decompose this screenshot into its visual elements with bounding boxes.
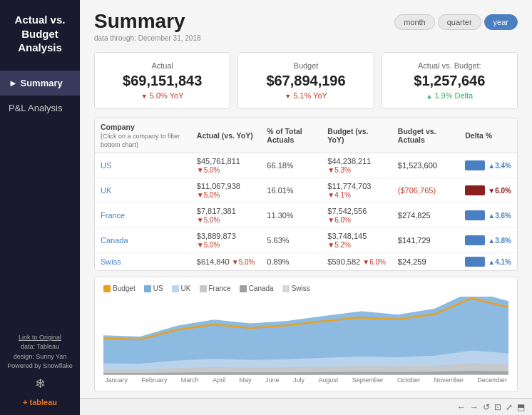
powered-line: Powered by Snowflake [7, 362, 73, 369]
kpi-budget-arrow [285, 91, 291, 100]
kpi-avb-delta-text: 1.9% Delta [434, 91, 473, 100]
cell-actual: $11,067,938 ▼5.0% [191, 178, 262, 203]
cell-bva: $24,259 [392, 253, 459, 271]
legend-label: France [209, 285, 231, 292]
time-filters: month quarter year [394, 14, 518, 30]
cell-company[interactable]: Canada [95, 228, 191, 253]
cell-company[interactable]: UK [95, 178, 191, 203]
link-to-original[interactable]: Link to Original [19, 334, 61, 341]
sidebar: Actual vs. Budget Analysis ► Summary P&L… [0, 0, 80, 415]
col-company: Company (Click on a company to filter bo… [95, 118, 191, 153]
nav-forward-icon[interactable]: → [470, 402, 479, 412]
cell-pct: 16.01% [261, 178, 322, 203]
sidebar-item-summary[interactable]: ► Summary [0, 71, 80, 96]
kpi-avb-delta: 1.9% Delta [394, 91, 506, 100]
kpi-actual-arrow [141, 91, 148, 100]
cell-budget: $590,582 ▼6.0% [322, 253, 392, 271]
table-row: US $45,761,811 ▼5.0% 66.18% $44,238,211 … [95, 153, 517, 178]
kpi-actual: Actual $69,151,843 5.0% YoY [94, 52, 230, 109]
col-budget: Budget (vs. YoY) [322, 118, 392, 153]
layout-icon[interactable]: ⬒ [517, 402, 525, 412]
cell-pct: 11.30% [261, 203, 322, 228]
legend-item-us: US [144, 285, 163, 292]
cell-bva: $141,729 [392, 228, 459, 253]
cell-pct: 5.63% [261, 228, 322, 253]
legend-item-budget: Budget [103, 285, 135, 292]
legend-dot [103, 285, 111, 292]
legend-dot [240, 285, 247, 292]
chart-month-label: August [318, 376, 338, 384]
legend-item-canada: Canada [240, 285, 274, 292]
nav-back-icon[interactable]: ← [457, 402, 466, 412]
cell-delta: ▲3.6% [459, 203, 517, 228]
kpi-avb: Actual vs. Budget: $1,257,646 1.9% Delta [382, 52, 518, 109]
table-row: France $7,817,381 ▼5.0% 11.30% $7,542,55… [95, 203, 517, 228]
legend-label: Canada [249, 285, 274, 292]
legend-item-swiss: Swiss [282, 285, 310, 292]
legend-dot [282, 285, 290, 292]
col-delta: Delta % [459, 118, 517, 153]
cell-delta: ▲3.8% [459, 228, 517, 253]
kpi-budget-label: Budget [250, 61, 362, 70]
chart-svg [103, 297, 508, 375]
cell-company[interactable]: France [95, 203, 191, 228]
cell-pct: 66.18% [261, 153, 322, 178]
col-actual: Actual (vs. YoY) [191, 118, 262, 153]
table-section: Company (Click on a company to filter bo… [94, 118, 518, 271]
legend-item-france: France [200, 285, 231, 292]
cell-company[interactable]: US [95, 153, 191, 178]
chart-month-label: June [265, 376, 280, 384]
expand-icon[interactable]: ⤢ [506, 402, 513, 412]
time-filter-quarter[interactable]: quarter [438, 14, 481, 30]
cell-delta: ▼6.0% [459, 178, 517, 203]
header: Summary data through: December 31, 2018 … [80, 0, 532, 46]
kpi-actual-delta: 5.0% YoY [106, 91, 218, 100]
chart-month-label: May [240, 376, 252, 384]
time-filter-month[interactable]: month [394, 14, 435, 30]
snowflake-icon: ❄ [7, 374, 73, 394]
cell-actual: $614,840 ▼5.0% [191, 253, 262, 271]
header-left: Summary data through: December 31, 2018 [94, 10, 201, 42]
legend-item-uk: UK [172, 285, 191, 292]
sidebar-footer: Link to Original data: Tableau design: S… [0, 326, 80, 416]
bottom-bar: ← → ↺ ⊡ ⤢ ⬒ [80, 398, 532, 415]
cell-delta: ▲4.1% [459, 253, 517, 271]
refresh-icon[interactable]: ↺ [483, 402, 490, 412]
table-row: UK $11,067,938 ▼5.0% 16.01% $11,774,703 … [95, 178, 517, 203]
sidebar-nav: ► Summary P&L Analysis [0, 71, 80, 121]
chart-section: BudgetUSUKFranceCanadaSwiss JanuaryFebru… [94, 277, 518, 392]
sidebar-label-pl: P&L Analysis [9, 103, 62, 113]
chart-month-label: September [352, 376, 384, 384]
cell-company[interactable]: Swiss [95, 253, 191, 271]
kpi-actual-delta-text: 5.0% YoY [150, 91, 184, 100]
chart-month-label: October [397, 376, 420, 384]
page-title: Summary [94, 10, 201, 33]
cell-budget: $7,542,556 ▼6.0% [322, 203, 392, 228]
grid-icon[interactable]: ⊡ [494, 402, 501, 412]
tableau-logo: + tableau [7, 396, 73, 409]
legend-dot [144, 285, 151, 292]
cell-delta: ▲3.4% [459, 153, 517, 178]
time-filter-year[interactable]: year [484, 14, 518, 30]
chart-labels: JanuaryFebruaryMarchAprilMayJuneJulyAugu… [103, 376, 508, 384]
sidebar-item-pl[interactable]: P&L Analysis [0, 96, 80, 121]
cell-budget: $11,774,703 ▼4.1% [322, 178, 392, 203]
kpi-row: Actual $69,151,843 5.0% YoY Budget $67,8… [80, 46, 532, 115]
legend-dot [200, 285, 207, 292]
sidebar-arrow-summary: ► [9, 78, 20, 88]
kpi-avb-label: Actual vs. Budget: [394, 61, 506, 70]
legend-dot [172, 285, 179, 292]
table-row: Swiss $614,840 ▼5.0% 0.89% $590,582 ▼6.0… [95, 253, 517, 271]
cell-budget: $3,748,145 ▼5.2% [322, 228, 392, 253]
legend-label: Swiss [292, 285, 310, 292]
legend-label: Budget [113, 285, 135, 292]
cell-pct: 0.89% [261, 253, 322, 271]
data-table: Company (Click on a company to filter bo… [95, 118, 517, 270]
legend-label: UK [181, 285, 191, 292]
cell-actual: $45,761,811 ▼5.0% [191, 153, 262, 178]
kpi-budget: Budget $67,894,196 5.1% YoY [237, 52, 374, 109]
kpi-budget-delta: 5.1% YoY [250, 91, 362, 100]
chart-month-label: February [141, 376, 167, 384]
chart-month-label: January [105, 376, 128, 384]
col-pct: % of Total Actuals [261, 118, 322, 153]
